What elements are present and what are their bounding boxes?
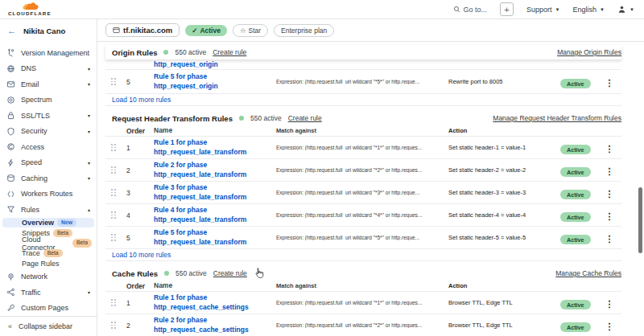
sidebar-item-rules[interactable]: Rules▴	[0, 202, 97, 218]
scrollbar-thumb[interactable]	[638, 187, 642, 253]
sidebar-item-ssl-tls[interactable]: SSL/TLS▾	[0, 108, 97, 124]
rule-name-link[interactable]: Rule 3 for phasehttp_request_late_transf…	[154, 183, 276, 201]
create-rule-link[interactable]: Create rule	[213, 48, 246, 56]
drag-handle-icon	[111, 144, 116, 151]
drag-handle[interactable]	[105, 299, 126, 306]
rule-name-line2: http_request_late_transform	[154, 193, 276, 202]
sidebar-item-speed[interactable]: Speed▾	[0, 155, 97, 171]
content: tf.nikitac.com ✓ Active ☆ Star Enterpris…	[97, 19, 644, 336]
drag-handle-icon	[111, 322, 116, 329]
sidebar-item-access[interactable]: Access	[0, 139, 97, 155]
language-menu[interactable]: English ▼	[573, 6, 605, 14]
kebab-menu-icon[interactable]: ⋮	[605, 189, 614, 199]
rule-name-link[interactable]: http_request_origin	[154, 60, 218, 68]
collapse-sidebar-button[interactable]: « Collapse sidebar	[0, 316, 97, 336]
support-label: Support	[526, 6, 552, 14]
rule-name-line2: http_request_late_transform	[154, 215, 276, 224]
chevron-down-icon: ▾	[88, 160, 90, 166]
traffic-icon	[6, 288, 15, 297]
kebab-menu-icon[interactable]: ⋮	[605, 234, 614, 244]
rule-order: 5	[126, 234, 154, 242]
rule-name-link[interactable]: Rule 2 for phasehttp_request_late_transf…	[154, 161, 276, 178]
kebab-menu-icon[interactable]: ⋮	[605, 211, 614, 221]
table-row-partial: http_request_origin	[105, 59, 621, 70]
user-menu[interactable]: ▼	[617, 5, 634, 14]
sidebar-item-label: Access	[21, 143, 44, 151]
rules-scroll-area[interactable]: Origin Rules550 activeCreate ruleManage …	[97, 42, 644, 336]
load-more-row: Load 10 more rules	[105, 249, 621, 261]
workers-icon	[6, 190, 15, 199]
kebab-menu-icon[interactable]: ⋮	[605, 144, 614, 154]
kebab-menu-icon[interactable]: ⋮	[605, 166, 614, 176]
table-row: 5Rule 5 for phasehttp_request_originExpr…	[105, 70, 621, 94]
sidebar-item-network[interactable]: Network	[0, 268, 97, 285]
custom-icon	[6, 304, 15, 313]
star-button[interactable]: ☆ Star	[233, 24, 268, 37]
manage-rules-link[interactable]: Manage Request Header Transform Rules	[493, 114, 621, 122]
back-arrow-icon[interactable]: ←	[7, 26, 16, 35]
create-rule-link[interactable]: Create rule	[213, 269, 247, 277]
network-icon	[6, 272, 15, 281]
account-header[interactable]: ← Nikita Cano	[0, 19, 97, 42]
rule-name-line2: http_request_late_transform	[154, 238, 276, 247]
sidebar-item-email[interactable]: Email▾	[0, 76, 97, 92]
table-row: 2Rule 2 for phasehttp_request_late_trans…	[105, 159, 621, 182]
column-action: Action	[448, 282, 560, 289]
manage-rules-link[interactable]: Manage Cache Rules	[555, 269, 621, 277]
global-search[interactable]: Go to...	[453, 6, 488, 14]
table-row: 4Rule 4 for phasehttp_request_late_trans…	[105, 204, 621, 227]
kebab-menu-icon[interactable]: ⋮	[605, 78, 614, 88]
domain-bar: tf.nikitac.com ✓ Active ☆ Star Enterpris…	[97, 19, 644, 42]
collapse-label: Collapse sidebar	[19, 322, 72, 330]
sidebar-item-spectrum[interactable]: Spectrum	[0, 92, 97, 109]
column-name: Name	[154, 281, 276, 290]
domain-selector[interactable]: tf.nikitac.com	[105, 23, 180, 37]
sidebar-item-version-management[interactable]: Version Management	[0, 45, 97, 61]
rule-name-link[interactable]: Rule 4 for phasehttp_request_late_transf…	[154, 206, 276, 223]
cloudflare-logo[interactable]: CLOUDFLARE	[8, 2, 52, 16]
table-column-header: OrderNameMatch againstAction	[105, 281, 621, 292]
kebab-menu-icon[interactable]: ⋮	[605, 322, 614, 331]
rule-name-line2: http_request_origin	[154, 82, 276, 91]
drag-handle[interactable]	[105, 234, 126, 241]
kebab-menu-icon[interactable]: ⋮	[605, 299, 614, 309]
rule-name-link[interactable]: Rule 5 for phasehttp_request_late_transf…	[154, 228, 276, 246]
caching-icon	[6, 174, 15, 182]
status-label: Active	[200, 27, 221, 35]
load-more-link[interactable]: Load 10 more rules	[112, 96, 171, 104]
rule-order: 2	[126, 166, 154, 174]
sidebar-item-overview[interactable]: OverviewNew	[2, 218, 94, 228]
sidebar-item-cloud-connector[interactable]: Cloud ConnectorBeta	[0, 238, 97, 248]
sidebar-item-trace[interactable]: TraceBeta	[0, 248, 97, 259]
sidebar-item-workers-routes[interactable]: Workers Routes	[0, 186, 97, 203]
drag-handle[interactable]	[105, 211, 126, 219]
rule-name-link[interactable]: Rule 2 for phasehttp_request_cache_setti…	[154, 316, 276, 334]
sidebar-item-page-rules[interactable]: Page Rules	[0, 259, 97, 269]
manage-rules-link[interactable]: Manage Origin Rules	[557, 48, 621, 56]
shield-icon	[6, 127, 15, 136]
sidebar-item-traffic[interactable]: Traffic▾	[0, 285, 97, 301]
drag-handle[interactable]	[105, 78, 126, 85]
rule-name-line1: Rule 2 for phase	[154, 161, 276, 170]
drag-handle[interactable]	[105, 166, 126, 174]
sidebar-item-security[interactable]: Security▾	[0, 124, 97, 140]
sidebar-item-caching[interactable]: Caching▾	[0, 170, 97, 186]
drag-handle[interactable]	[105, 322, 126, 329]
rule-name-link[interactable]: Rule 5 for phasehttp_request_origin	[154, 72, 276, 90]
load-more-link[interactable]: Load 10 more rules	[112, 251, 171, 259]
create-rule-link[interactable]: Create rule	[288, 114, 322, 122]
dns-icon	[6, 64, 15, 73]
add-button[interactable]: +	[500, 2, 514, 16]
sidebar-item-custom-pages[interactable]: Custom Pages	[0, 300, 97, 316]
section-header-cache-rules: Cache Rules550 activeCreate ruleManage C…	[105, 266, 621, 281]
section-title: Origin Rules	[112, 48, 157, 57]
drag-handle[interactable]	[105, 144, 126, 151]
drag-handle[interactable]	[105, 189, 126, 196]
support-menu[interactable]: Support ▼	[526, 6, 559, 14]
chevron-down-icon: ▾	[88, 175, 90, 181]
sidebar-item-dns[interactable]: DNS▾	[0, 61, 97, 77]
rule-name-link[interactable]: Rule 1 for phasehttp_request_cache_setti…	[154, 293, 276, 311]
chevron-down-icon: ▾	[88, 289, 90, 295]
rule-expression: Expression: (http.request.full_uri wildc…	[276, 235, 448, 240]
rule-name-link[interactable]: Rule 1 for phasehttp_request_late_transf…	[154, 138, 276, 156]
